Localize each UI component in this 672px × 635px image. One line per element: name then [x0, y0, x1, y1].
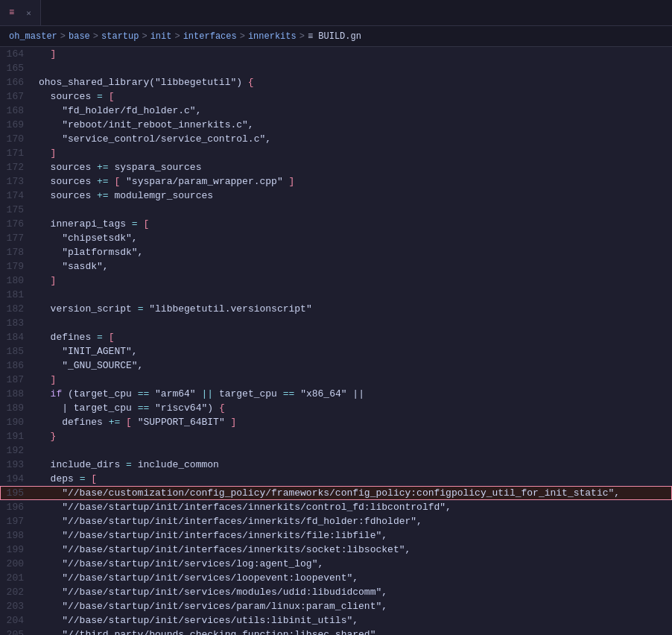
table-row: 182 version_script = "libbegetutil.versi… [0, 302, 672, 316]
table-row: 166ohos_shared_library("libbegetutil") { [0, 75, 672, 89]
table-row: 202 "//base/startup/init/services/module… [0, 585, 672, 599]
line-content: version_script = "libbegetutil.versionsc… [36, 302, 672, 316]
table-row: 194 deps = [ [0, 472, 672, 486]
line-content: "//base/startup/init/services/loopevent:… [36, 571, 672, 585]
line-content: "INIT_AGENT", [36, 344, 672, 358]
breadcrumb-innerkits[interactable]: innerkits [248, 31, 297, 42]
line-number: 198 [0, 528, 36, 543]
line-number: 183 [0, 316, 36, 330]
line-number: 170 [0, 132, 36, 146]
line-content: | target_cpu == "riscv64") { [36, 401, 672, 415]
line-content: sources += [ "syspara/param_wrapper.cpp"… [36, 174, 672, 189]
table-row: 189 | target_cpu == "riscv64") { [0, 401, 672, 415]
line-number: 168 [0, 104, 36, 118]
line-number: 178 [0, 245, 36, 259]
line-number: 179 [0, 259, 36, 274]
table-row: 174 sources += modulemgr_sources [0, 189, 672, 203]
line-number: 197 [0, 514, 36, 528]
table-row: 185 "INIT_AGENT", [0, 344, 672, 358]
table-row: 164 ] [0, 47, 672, 61]
table-row: 176 innerapi_tags = [ [0, 217, 672, 231]
line-number: 186 [0, 358, 36, 373]
line-content: "//base/startup/init/services/utils:libi… [36, 613, 672, 628]
table-row: 203 "//base/startup/init/services/param/… [0, 599, 672, 613]
line-number: 164 [0, 47, 36, 61]
table-row: 171 ] [0, 146, 672, 160]
line-number: 192 [0, 443, 36, 458]
line-content: "//base/startup/init/services/log:agent_… [36, 557, 672, 571]
line-content: sources = [ [36, 89, 672, 104]
line-number: 173 [0, 174, 36, 189]
line-number: 199 [0, 543, 36, 557]
line-number: 191 [0, 429, 36, 443]
line-content: deps = [ [36, 472, 672, 486]
line-content: "//base/startup/init/interfaces/innerkit… [36, 514, 672, 528]
line-content: "//base/startup/init/interfaces/innerkit… [36, 543, 672, 557]
line-content: innerapi_tags = [ [36, 217, 672, 231]
line-number: 172 [0, 160, 36, 174]
table-row: 190 defines += [ "SUPPORT_64BIT" ] [0, 415, 672, 429]
table-row: 178 "platformsdk", [0, 245, 672, 259]
table-row: 205 "//third_party/bounds_checking_funct… [0, 628, 672, 635]
line-content: defines += [ "SUPPORT_64BIT" ] [36, 415, 672, 429]
tab-build-gn[interactable]: ≡ ✕ [0, 0, 41, 25]
line-number: 187 [0, 373, 36, 387]
line-content: "//third_party/bounds_checking_function:… [36, 628, 672, 635]
line-number: 204 [0, 613, 36, 628]
line-content: "platformsdk", [36, 245, 672, 259]
line-number: 185 [0, 344, 36, 358]
line-content: "service_control/service_control.c", [36, 132, 672, 146]
table-row: 173 sources += [ "syspara/param_wrapper.… [0, 174, 672, 189]
breadcrumb-base[interactable]: base [69, 31, 90, 42]
table-row: 193 include_dirs = include_common [0, 458, 672, 472]
breadcrumb-interfaces[interactable]: interfaces [183, 31, 237, 42]
line-number: 174 [0, 189, 36, 203]
line-number: 184 [0, 330, 36, 344]
table-row: 195 "//base/customization/config_policy/… [0, 486, 672, 500]
table-row: 172 sources += syspara_sources [0, 160, 672, 174]
close-tab-button[interactable]: ✕ [26, 8, 31, 18]
table-row: 192 [0, 443, 672, 458]
breadcrumb: oh_master > base > startup > init > inte… [0, 26, 672, 47]
table-row: 181 [0, 288, 672, 302]
table-row: 177 "chipsetsdk", [0, 231, 672, 245]
table-row: 201 "//base/startup/init/services/loopev… [0, 571, 672, 585]
line-number: 190 [0, 415, 36, 429]
line-content: ohos_shared_library("libbegetutil") { [36, 75, 672, 89]
table-row: 165 [0, 61, 672, 75]
table-row: 183 [0, 316, 672, 330]
line-number: 201 [0, 571, 36, 585]
line-content: "reboot/init_reboot_innerkits.c", [36, 118, 672, 132]
line-number: 182 [0, 302, 36, 316]
line-number: 166 [0, 75, 36, 89]
line-number: 169 [0, 118, 36, 132]
line-content: "_GNU_SOURCE", [36, 358, 672, 373]
line-number: 202 [0, 585, 36, 599]
line-content: "chipsetsdk", [36, 231, 672, 245]
line-content: "sasdk", [36, 259, 672, 274]
breadcrumb-init[interactable]: init [150, 31, 172, 42]
breadcrumb-oh-master[interactable]: oh_master [9, 31, 57, 42]
table-row: 186 "_GNU_SOURCE", [0, 358, 672, 373]
table-row: 184 defines = [ [0, 330, 672, 344]
line-content: "fd_holder/fd_holder.c", [36, 104, 672, 118]
breadcrumb-current-file: ≡ BUILD.gn [308, 31, 361, 42]
table-row: 180 ] [0, 274, 672, 288]
table-row: 169 "reboot/init_reboot_innerkits.c", [0, 118, 672, 132]
line-number: 189 [0, 401, 36, 415]
line-content: "//base/startup/init/services/param/linu… [36, 599, 672, 613]
breadcrumb-startup[interactable]: startup [101, 31, 139, 42]
table-row: 175 [0, 203, 672, 217]
line-content: "//base/customization/config_policy/fram… [36, 486, 672, 500]
table-row: 188 if (target_cpu == "arm64" || target_… [0, 387, 672, 401]
line-number: 177 [0, 231, 36, 245]
table-row: 170 "service_control/service_control.c", [0, 132, 672, 146]
line-content: ] [36, 146, 672, 160]
line-number: 180 [0, 274, 36, 288]
line-number: 165 [0, 61, 36, 75]
line-content: include_dirs = include_common [36, 458, 672, 472]
line-content: "//base/startup/init/interfaces/innerkit… [36, 500, 672, 514]
line-number: 203 [0, 599, 36, 613]
line-number: 175 [0, 203, 36, 217]
line-content: defines = [ [36, 330, 672, 344]
